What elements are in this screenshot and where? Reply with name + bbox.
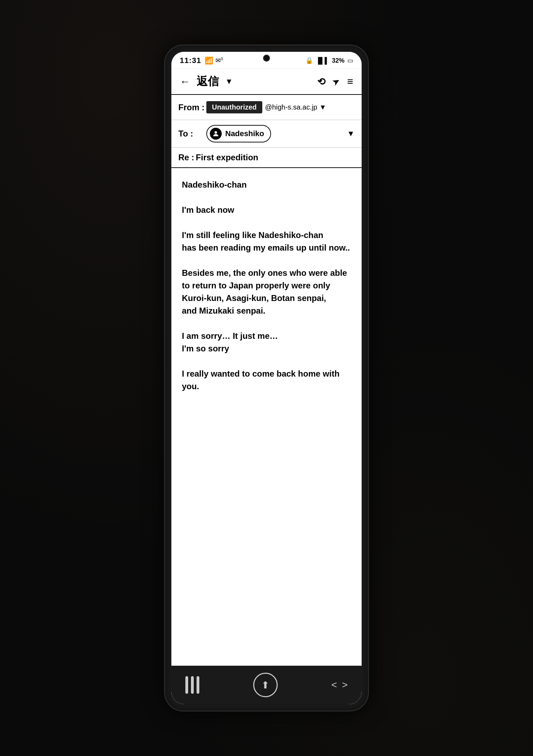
from-dropdown-arrow[interactable]: ▼ [319,103,326,111]
home-up-icon: ⬆ [261,679,269,691]
home-button[interactable]: ⬆ [253,673,278,697]
to-field: To : Nadeshiko ▼ [171,120,362,148]
bottom-bar-1 [185,676,188,694]
re-subject: First expedition [196,153,258,162]
bottom-navigation: ⬆ < > [171,666,362,704]
next-button[interactable]: > [342,679,348,691]
battery-level: 32% [332,57,344,64]
wifi-icon: 📶 [205,56,213,65]
nav-right: ⟲ ➤ ≡ [317,76,353,88]
bottom-bar-2 [191,676,194,694]
reply-icon[interactable]: ⟲ [317,76,325,88]
lock-icon: 🔒 [305,57,313,64]
nav-left: ← 返信 ▼ [180,74,233,89]
email-line-5: I am sorry… It just me…I'm so sorry [182,330,351,355]
menu-icon[interactable]: ≡ [347,76,353,88]
signal-bars-icon: ▐▌▌ [316,57,329,64]
unauthorized-tag: Unauthorized [206,101,262,113]
bottom-bar-3 [197,676,199,694]
to-avatar [210,128,222,140]
status-right: 🔒 ▐▌▌ 32% ▭ [305,57,353,64]
camera-dot [263,55,270,62]
status-icons-left: 📶 ✉0 [205,56,223,65]
nav-dropdown-arrow[interactable]: ▼ [225,77,233,86]
email-line-3: I'm still feeling like Nadeshiko-chanhas… [182,229,351,254]
to-dropdown-arrow[interactable]: ▼ [347,129,355,138]
back-button[interactable]: ← [180,76,190,88]
to-name: Nadeshiko [225,129,264,138]
email-notification-icon: ✉0 [215,57,223,64]
re-field: Re : First expedition [171,148,362,168]
status-time: 11:31 [180,56,201,65]
send-icon[interactable]: ➤ [330,75,342,88]
to-label: To : [178,129,206,139]
nav-title: 返信 [197,74,219,89]
bottom-bars-button[interactable] [185,676,199,694]
from-email-address: @high-s.sa.ac.jp ▼ [265,103,326,111]
email-line-6: I really wanted to come back home with y… [182,368,351,393]
email-body: Nadeshiko-chan I'm back now I'm still fe… [171,168,362,666]
nav-arrows: < > [331,679,348,691]
prev-button[interactable]: < [331,679,337,691]
email-line-1: Nadeshiko-chan [182,178,351,191]
phone-screen: 11:31 📶 ✉0 🔒 ▐▌▌ 32% ▭ ← 返信 ▼ ⟲ [171,52,362,704]
to-recipient-chip: Nadeshiko [206,125,271,142]
re-label: Re : [178,153,194,162]
from-field: From : Unauthorized @high-s.sa.ac.jp ▼ [171,95,362,120]
email-line-2: I'm back now [182,204,351,216]
email-line-4: Besides me, the only ones who were ablet… [182,267,351,317]
svg-point-0 [214,131,217,134]
battery-icon: ▭ [347,57,353,64]
nav-bar: ← 返信 ▼ ⟲ ➤ ≡ [171,69,362,95]
from-label: From : [178,103,206,112]
status-left: 11:31 📶 ✉0 [180,56,223,65]
phone-device: 11:31 📶 ✉0 🔒 ▐▌▌ 32% ▭ ← 返信 ▼ ⟲ [165,46,368,710]
